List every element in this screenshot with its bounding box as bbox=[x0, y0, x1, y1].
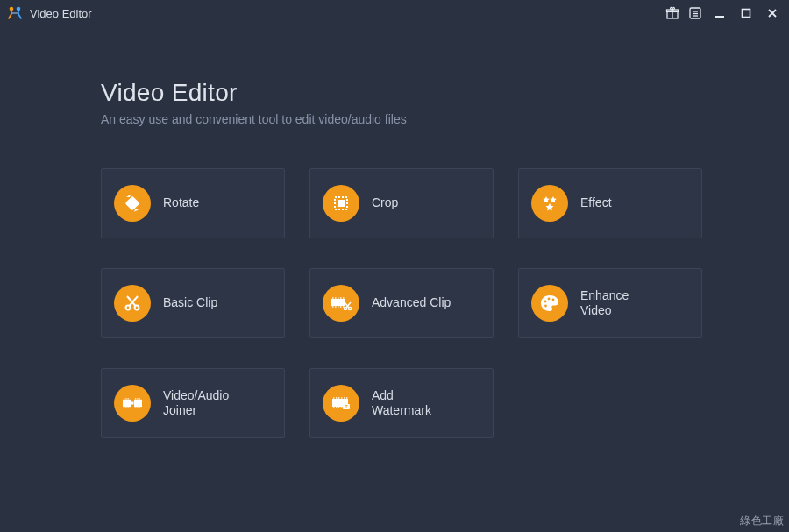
svg-rect-50 bbox=[124, 408, 124, 408]
svg-rect-61 bbox=[332, 397, 348, 399]
film-watermark-icon: T bbox=[323, 385, 359, 422]
svg-rect-72 bbox=[341, 407, 342, 408]
tile-effect[interactable]: Effect bbox=[518, 168, 702, 238]
svg-point-17 bbox=[135, 306, 139, 310]
svg-rect-65 bbox=[338, 397, 339, 398]
svg-rect-71 bbox=[338, 407, 339, 408]
footer-watermark: 綠色工廠 bbox=[740, 514, 784, 528]
svg-rect-23 bbox=[332, 297, 334, 298]
tile-label: Crop bbox=[372, 195, 398, 211]
app-title: Video Editor bbox=[30, 7, 92, 20]
svg-rect-48 bbox=[125, 398, 126, 399]
svg-rect-29 bbox=[335, 306, 337, 307]
svg-rect-15 bbox=[338, 200, 345, 207]
svg-point-16 bbox=[126, 306, 131, 310]
svg-rect-53 bbox=[135, 398, 136, 399]
tile-add-watermark[interactable]: T AddWatermark bbox=[309, 368, 494, 438]
tile-rotate[interactable]: Rotate bbox=[101, 168, 285, 238]
page-title: Video Editor bbox=[101, 79, 688, 107]
svg-rect-66 bbox=[341, 397, 342, 398]
svg-rect-52 bbox=[128, 408, 129, 408]
close-button[interactable] bbox=[763, 4, 782, 23]
svg-rect-58 bbox=[139, 408, 140, 408]
titlebar: Video Editor bbox=[0, 0, 789, 26]
menu-list-icon[interactable] bbox=[687, 5, 703, 21]
svg-point-38 bbox=[548, 298, 551, 301]
maximize-button[interactable] bbox=[736, 4, 756, 23]
svg-rect-24 bbox=[335, 297, 337, 298]
tile-enhance-video[interactable]: EnhanceVideo bbox=[518, 268, 702, 338]
main-content: Video Editor An easy use and convenient … bbox=[0, 26, 789, 438]
svg-rect-63 bbox=[333, 397, 334, 398]
film-join-icon bbox=[114, 385, 151, 422]
svg-rect-59 bbox=[132, 402, 134, 405]
svg-rect-51 bbox=[125, 408, 126, 408]
effect-stars-icon bbox=[531, 185, 568, 222]
palette-icon bbox=[531, 285, 568, 322]
page-subtitle: An easy use and convenient tool to edit … bbox=[101, 112, 688, 126]
svg-point-37 bbox=[544, 301, 547, 303]
gift-icon[interactable] bbox=[665, 5, 680, 21]
svg-rect-64 bbox=[336, 397, 337, 398]
svg-rect-69 bbox=[333, 407, 334, 408]
svg-rect-47 bbox=[124, 398, 124, 399]
tile-label: Effect bbox=[580, 195, 612, 211]
feature-grid: Rotate Crop Effect bbox=[101, 168, 688, 438]
tile-label: Advanced Clip bbox=[372, 295, 451, 311]
scissors-icon bbox=[114, 285, 151, 322]
svg-rect-31 bbox=[340, 306, 342, 307]
svg-rect-68 bbox=[346, 397, 347, 398]
svg-rect-10 bbox=[743, 10, 750, 18]
titlebar-right bbox=[665, 4, 782, 23]
crop-icon bbox=[323, 185, 359, 222]
svg-rect-27 bbox=[343, 297, 345, 298]
svg-rect-54 bbox=[137, 398, 138, 399]
tile-joiner[interactable]: Video/AudioJoiner bbox=[101, 368, 285, 438]
svg-rect-26 bbox=[340, 297, 342, 298]
svg-rect-30 bbox=[338, 306, 339, 307]
tile-label: Rotate bbox=[163, 195, 199, 211]
minimize-button[interactable] bbox=[710, 4, 729, 23]
tile-label: Video/AudioJoiner bbox=[163, 388, 229, 419]
tile-label: EnhanceVideo bbox=[580, 288, 629, 319]
tile-label: Basic Clip bbox=[163, 295, 217, 311]
svg-rect-25 bbox=[338, 297, 339, 298]
svg-rect-67 bbox=[344, 397, 345, 398]
svg-rect-70 bbox=[336, 407, 337, 408]
tile-advanced-clip[interactable]: Advanced Clip bbox=[309, 268, 494, 338]
svg-point-40 bbox=[544, 305, 547, 308]
film-scissors-icon bbox=[323, 285, 359, 322]
rotate-icon bbox=[114, 185, 151, 222]
titlebar-left: Video Editor bbox=[7, 5, 92, 21]
tile-crop[interactable]: Crop bbox=[309, 168, 494, 238]
svg-rect-28 bbox=[332, 306, 334, 307]
svg-point-39 bbox=[552, 299, 555, 301]
svg-rect-49 bbox=[128, 398, 129, 399]
svg-rect-57 bbox=[137, 408, 138, 408]
svg-rect-13 bbox=[125, 196, 140, 211]
app-logo-icon bbox=[7, 5, 23, 21]
svg-rect-56 bbox=[135, 408, 136, 408]
svg-text:T: T bbox=[345, 404, 347, 409]
tile-label: AddWatermark bbox=[372, 388, 431, 419]
tile-basic-clip[interactable]: Basic Clip bbox=[101, 268, 285, 338]
svg-rect-55 bbox=[139, 398, 140, 399]
